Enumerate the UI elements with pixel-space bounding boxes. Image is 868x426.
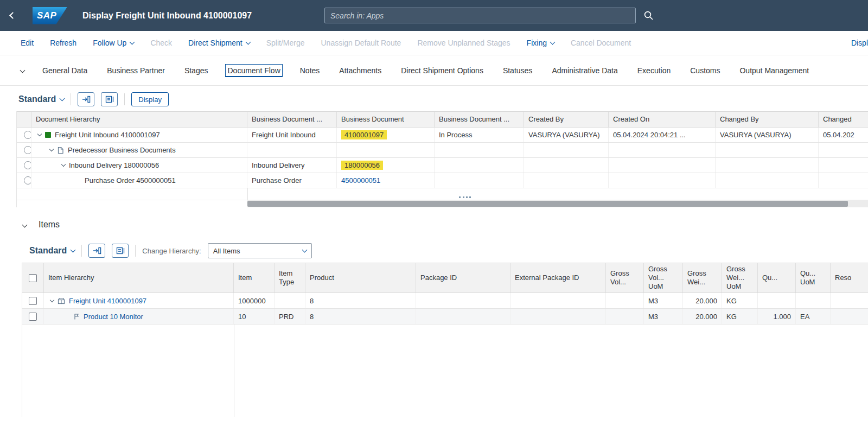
column-header-business-document-status[interactable]: Business Document ... — [435, 112, 524, 127]
column-header-gross-volume[interactable]: Gross Vol... — [606, 263, 644, 293]
display-overflow-button[interactable]: Displ — [851, 39, 868, 47]
tab-administrative-data[interactable]: Administrative Data — [550, 65, 619, 77]
horizontal-scrollbar[interactable] — [247, 200, 868, 207]
table-resize-grip-icon[interactable] — [459, 196, 471, 198]
business-document-type-cell: Freight Unit Inbound — [247, 128, 337, 142]
tree-collapse-icon[interactable] — [50, 297, 54, 302]
remove-unplanned-stages-button: Remove Unplanned Stages — [417, 39, 510, 47]
search-input[interactable] — [324, 8, 636, 23]
tab-output-management[interactable]: Output Management — [738, 65, 810, 77]
collapse-all-button[interactable] — [101, 92, 118, 106]
display-button[interactable]: Display — [131, 92, 169, 106]
chevron-down-icon — [71, 247, 76, 252]
items-collapse-icon[interactable] — [23, 223, 27, 227]
row-select-checkbox[interactable] — [29, 313, 37, 321]
items-empty-area — [22, 325, 868, 417]
docflow-empty-area — [17, 188, 868, 200]
items-section: Items Standard Change Hierarchy: All Ite… — [0, 216, 868, 417]
row-select-radio[interactable] — [24, 176, 31, 185]
docflow-row[interactable]: Purchase Order 4500000051 Purchase Order… — [17, 173, 868, 188]
column-header-item-hierarchy[interactable]: Item Hierarchy — [44, 263, 234, 293]
docflow-row[interactable]: Freight Unit Inbound 4100001097 Freight … — [17, 128, 868, 143]
column-header-quantity-uom[interactable]: Qu... UoM — [796, 263, 831, 293]
hierarchy-filter-select[interactable]: All Items — [208, 243, 312, 258]
expand-all-button[interactable] — [88, 244, 105, 258]
column-header-item[interactable]: Item — [234, 263, 275, 293]
toolbar-separator — [124, 93, 125, 105]
item-cell: 10 — [234, 309, 275, 324]
selection-cell — [17, 158, 31, 173]
search-icon[interactable] — [643, 10, 654, 21]
row-select-checkbox[interactable] — [29, 297, 37, 305]
tab-execution[interactable]: Execution — [636, 65, 672, 77]
column-header-item-type[interactable]: Item Type — [275, 263, 305, 293]
column-header-product[interactable]: Product — [305, 263, 416, 293]
row-select-radio[interactable] — [24, 146, 31, 154]
tab-document-flow[interactable]: Document Flow — [226, 65, 282, 77]
package-id-cell — [416, 309, 510, 324]
tree-collapse-icon[interactable] — [49, 147, 54, 151]
highlighted-document-number: 4100001097 — [341, 130, 387, 139]
hierarchy-cell: Predecessor Business Documents — [31, 143, 247, 157]
scrollbar-thumb[interactable] — [247, 201, 848, 207]
column-header-document-hierarchy[interactable]: Document Hierarchy — [31, 112, 247, 127]
quantity-uom-cell: EA — [796, 309, 831, 324]
hierarchy-label: Predecessor Business Documents — [68, 146, 176, 154]
product-icon — [73, 313, 80, 320]
chevron-down-icon — [130, 40, 135, 45]
refresh-button[interactable]: Refresh — [50, 39, 76, 47]
product-cell: 8 — [305, 309, 416, 324]
items-variant-selector[interactable]: Standard — [29, 246, 75, 256]
back-button[interactable] — [0, 0, 25, 31]
tab-customs[interactable]: Customs — [688, 65, 722, 77]
follow-up-menu-button[interactable]: Follow Up — [93, 39, 134, 47]
document-number-link[interactable]: 4500000051 — [341, 176, 380, 185]
column-header-changed-by[interactable]: Changed By — [716, 112, 819, 127]
docflow-row[interactable]: Predecessor Business Documents — [17, 143, 868, 158]
tree-collapse-icon[interactable] — [61, 162, 66, 167]
hierarchy-cell: Purchase Order 4500000051 — [31, 173, 247, 188]
column-header-quantity[interactable]: Qu... — [758, 263, 796, 293]
cancel-document-button: Cancel Document — [571, 39, 631, 47]
hierarchy-cell: Freight Unit Inbound 4100001097 — [31, 128, 247, 142]
tab-notes[interactable]: Notes — [298, 65, 322, 77]
change-hierarchy-label: Change Hierarchy: — [142, 247, 201, 255]
select-all-cell — [22, 263, 44, 293]
column-header-resource[interactable]: Reso — [831, 263, 868, 293]
collapse-all-button[interactable] — [112, 244, 129, 258]
column-header-external-package-id[interactable]: External Package ID — [510, 263, 606, 293]
tree-collapse-icon[interactable] — [37, 132, 42, 136]
column-header-created-by[interactable]: Created By — [524, 112, 609, 127]
sap-logo-text: SAP — [37, 10, 56, 21]
column-header-package-id[interactable]: Package ID — [416, 263, 510, 293]
header-collapse-icon[interactable] — [21, 68, 24, 72]
fixing-menu-button[interactable]: Fixing — [527, 39, 554, 47]
column-header-gross-weight-uom[interactable]: Gross Wei... UoM — [722, 263, 758, 293]
tab-stages[interactable]: Stages — [183, 65, 210, 77]
hierarchy-link[interactable]: Freight Unit 4100001097 — [69, 297, 146, 305]
items-row[interactable]: Freight Unit 4100001097 1000000 8 M3 20.… — [22, 293, 868, 309]
edit-button[interactable]: Edit — [21, 39, 34, 47]
tab-statuses[interactable]: Statuses — [501, 65, 534, 77]
tab-business-partner[interactable]: Business Partner — [105, 65, 167, 77]
hierarchy-link[interactable]: Product 10 Monitor — [84, 313, 143, 321]
variant-selector[interactable]: Standard — [18, 94, 64, 104]
column-header-business-document-type[interactable]: Business Document ... — [247, 112, 337, 127]
tab-general-data[interactable]: General Data — [41, 65, 89, 77]
docflow-row[interactable]: Inbound Delivery 180000056 Inbound Deliv… — [17, 158, 868, 173]
row-select-radio[interactable] — [24, 131, 31, 139]
column-header-gross-weight[interactable]: Gross Wei... — [683, 263, 722, 293]
hierarchy-filter-value: All Items — [213, 247, 240, 255]
created-on-cell — [609, 173, 716, 188]
column-header-created-on[interactable]: Created On — [609, 112, 716, 127]
column-header-business-document[interactable]: Business Document — [337, 112, 435, 127]
select-all-checkbox[interactable] — [29, 274, 37, 282]
direct-shipment-menu-button[interactable]: Direct Shipment — [188, 39, 250, 47]
tab-direct-shipment-options[interactable]: Direct Shipment Options — [399, 65, 485, 77]
items-row[interactable]: Product 10 Monitor 10 PRD 8 M3 20.000 KG… — [22, 309, 868, 325]
row-select-radio[interactable] — [24, 161, 31, 169]
column-header-gross-volume-uom[interactable]: Gross Vol... UoM — [644, 263, 683, 293]
column-header-changed-on[interactable]: Changed — [819, 112, 868, 127]
expand-all-button[interactable] — [78, 92, 94, 106]
tab-attachments[interactable]: Attachments — [337, 65, 383, 77]
